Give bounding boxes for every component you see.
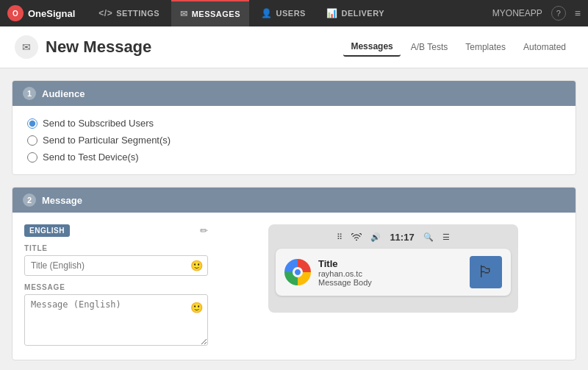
message-input-wrap: 🙂 [24, 294, 208, 348]
nav-item-delivery[interactable]: 📊 Delivery [318, 0, 393, 26]
app-name: MYONEAPP [492, 8, 542, 18]
phone-status-bar: ⠿ 🔊 11:17 🔍 [276, 232, 511, 243]
audience-section-body: Send to Subscribed Users Send to Particu… [12, 106, 576, 174]
chrome-icon [284, 259, 311, 285]
audience-section-title: Audience [42, 88, 85, 99]
tab-templates[interactable]: Templates [458, 38, 513, 56]
message-form: ENGLISH ✏ TITLE 🙂 MESSAGE 🙂 [24, 224, 208, 348]
message-body: ENGLISH ✏ TITLE 🙂 MESSAGE 🙂 [12, 213, 576, 360]
messages-envelope-icon: ✉ [180, 9, 188, 19]
chrome-inner [293, 267, 303, 277]
page-message-icon: ✉ [15, 35, 38, 59]
page-header: ✉ New Message Messages A/B Tests Templat… [0, 26, 588, 68]
nav-items: </> Settings ✉ Messages 👤 Users 📊 Delive… [90, 0, 492, 26]
phone-mockup: ⠿ 🔊 11:17 🔍 [268, 224, 518, 313]
nav-right: MYONEAPP ? ≡ [492, 6, 581, 21]
page-title: New Message [46, 38, 151, 57]
radio-test-input[interactable] [27, 152, 37, 163]
top-nav: O OneSignal </> Settings ✉ Messages 👤 Us… [0, 0, 588, 26]
tab-automated[interactable]: Automated [516, 38, 573, 56]
message-section-num: 2 [23, 193, 36, 207]
page-tabs: Messages A/B Tests Templates Automated [343, 38, 573, 57]
message-section: 2 Message ENGLISH ✏ TITLE 🙂 MESSAGE 🙂 [12, 187, 576, 360]
menu-lines-icon: ☰ [442, 232, 450, 242]
delivery-chart-icon: 📊 [326, 8, 338, 18]
nav-item-users[interactable]: 👤 Users [252, 0, 315, 26]
audience-section-header: 1 Audience [12, 81, 576, 106]
status-time: 11:17 [390, 232, 414, 243]
audience-radio-group: Send to Subscribed Users Send to Particu… [27, 118, 561, 163]
radio-segment-input[interactable] [27, 135, 37, 146]
lang-badge: ENGLISH [24, 224, 70, 237]
audience-section-num: 1 [23, 87, 36, 100]
message-section-title: Message [42, 195, 82, 206]
radio-subscribed-label: Send to Subscribed Users [43, 118, 154, 129]
settings-code-icon: </> [98, 8, 112, 18]
notif-flag-icon: 🏳 [470, 256, 502, 288]
radio-subscribed[interactable]: Send to Subscribed Users [27, 118, 561, 129]
radio-test-label: Send to Test Device(s) [43, 152, 139, 163]
title-field-label: TITLE [24, 244, 208, 252]
wifi-icon [351, 233, 362, 242]
users-person-icon: 👤 [261, 8, 273, 18]
title-input[interactable] [24, 255, 208, 276]
help-button[interactable]: ? [551, 6, 566, 21]
message-field-label: MESSAGE [24, 283, 208, 291]
signal-icon: ⠿ [337, 232, 343, 242]
nav-item-settings[interactable]: </> Settings [90, 0, 168, 26]
message-textarea[interactable] [24, 294, 208, 346]
lang-header: ENGLISH ✏ [24, 224, 208, 237]
logo[interactable]: O OneSignal [7, 5, 75, 21]
tab-messages[interactable]: Messages [343, 38, 400, 57]
logo-text: OneSignal [28, 8, 75, 19]
tab-ab-tests[interactable]: A/B Tests [404, 38, 455, 56]
title-input-wrap: 🙂 [24, 255, 208, 276]
nav-label-delivery: Delivery [341, 9, 384, 18]
volume-icon: 🔊 [370, 232, 381, 242]
search-icon: 🔍 [423, 232, 434, 242]
notif-body: Message Body [318, 278, 462, 287]
nav-label-settings: Settings [116, 9, 159, 18]
notif-title: Title [318, 258, 462, 269]
message-emoji-icon[interactable]: 🙂 [190, 302, 203, 313]
logo-icon: O [7, 5, 24, 21]
hamburger-menu-icon[interactable]: ≡ [575, 7, 581, 19]
audience-section: 1 Audience Send to Subscribed Users Send… [12, 80, 576, 175]
radio-segment[interactable]: Send to Particular Segment(s) [27, 135, 561, 146]
nav-item-messages[interactable]: ✉ Messages [171, 0, 249, 26]
radio-test-device[interactable]: Send to Test Device(s) [27, 152, 561, 163]
radio-segment-label: Send to Particular Segment(s) [43, 135, 171, 146]
edit-icon[interactable]: ✏ [200, 225, 208, 236]
nav-label-users: Users [276, 9, 306, 18]
radio-subscribed-input[interactable] [27, 118, 37, 129]
notif-text: Title rayhan.os.tc Message Body [318, 258, 462, 287]
nav-label-messages: Messages [192, 10, 240, 18]
notif-domain: rayhan.os.tc [318, 269, 462, 278]
main-content: 1 Audience Send to Subscribed Users Send… [0, 68, 588, 370]
title-emoji-icon[interactable]: 🙂 [190, 260, 203, 271]
message-preview: ⠿ 🔊 11:17 🔍 [223, 224, 564, 348]
message-section-header: 2 Message [12, 188, 576, 213]
page-title-wrap: ✉ New Message [15, 35, 151, 59]
notification-card: Title rayhan.os.tc Message Body 🏳 [276, 249, 511, 296]
